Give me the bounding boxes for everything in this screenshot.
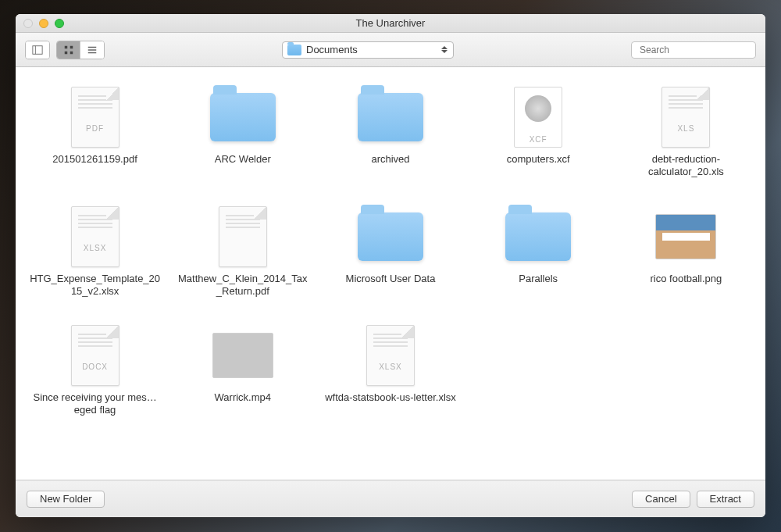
document-file-icon: PDF: [71, 87, 119, 148]
window-title: The Unarchiver: [16, 17, 765, 29]
document-file-icon: DOCX: [71, 325, 119, 386]
toolbar: Documents: [16, 33, 765, 67]
file-item[interactable]: XLSXHTG_Expense_Template_2015_v2.xlsx: [25, 204, 165, 300]
titlebar: The Unarchiver: [16, 14, 765, 33]
svg-rect-4: [64, 51, 67, 54]
close-button[interactable]: [23, 19, 33, 28]
svg-rect-5: [70, 51, 73, 54]
toggle-sidebar-button[interactable]: [26, 41, 49, 59]
folder-icon: [505, 212, 571, 261]
file-item[interactable]: Matthew_C_Klein_2014_Tax_Return.pdf: [173, 204, 312, 300]
sidebar-toggle-group: [25, 41, 50, 59]
folder-icon: [358, 212, 423, 261]
file-item[interactable]: Parallels: [469, 204, 608, 300]
file-item[interactable]: PDF201501261159.pdf: [25, 84, 165, 180]
file-item[interactable]: rico football.png: [616, 204, 756, 300]
document-file-icon: [219, 206, 267, 267]
file-label: Since receiving your mes…eged flag: [29, 391, 162, 417]
image-thumbnail-icon: [655, 214, 716, 259]
file-type-tag: XLSX: [379, 362, 402, 371]
file-label: Matthew_C_Klein_2014_Tax_Return.pdf: [177, 273, 309, 298]
minimize-button[interactable]: [39, 19, 48, 28]
file-item[interactable]: XCFcomputers.xcf: [469, 84, 608, 180]
save-dialog-window: The Unarchiver: [16, 14, 765, 517]
file-label: archived: [371, 153, 409, 166]
document-file-icon: XLSX: [366, 325, 415, 386]
file-label: Parallels: [519, 273, 558, 285]
file-label: debt-reduction-calculator_20.xls: [619, 153, 752, 179]
file-type-tag: PDF: [86, 124, 104, 133]
file-type-tag: XLS: [677, 124, 694, 133]
folder-icon: [287, 45, 301, 55]
new-folder-button[interactable]: New Folder: [27, 491, 105, 508]
cancel-button[interactable]: Cancel: [632, 491, 690, 508]
icon-view-button[interactable]: [57, 41, 80, 59]
view-mode-group: [56, 41, 105, 59]
video-thumbnail-icon: [212, 333, 273, 378]
file-browser-content[interactable]: PDF201501261159.pdfARC WelderarchivedXCF…: [16, 67, 765, 480]
list-view-button[interactable]: [80, 41, 104, 59]
file-type-tag: XLSX: [84, 244, 107, 252]
file-label: ARC Welder: [215, 153, 271, 166]
search-input[interactable]: [640, 45, 757, 55]
folder-icon: [210, 93, 276, 141]
traffic-lights: [16, 19, 64, 28]
xcf-file-icon: XCF: [514, 87, 562, 148]
dialog-footer: New Folder Cancel Extract: [16, 480, 765, 517]
file-item[interactable]: XLSdebt-reduction-calculator_20.xls: [616, 84, 756, 180]
zoom-button[interactable]: [55, 19, 64, 28]
popup-arrows-icon: [440, 46, 448, 53]
file-item[interactable]: DOCXSince receiving your mes…eged flag: [25, 323, 165, 419]
file-label: wftda-statsbook-us-letter.xlsx: [325, 391, 456, 404]
file-item[interactable]: ARC Welder: [173, 84, 312, 180]
file-item[interactable]: archived: [320, 84, 460, 180]
svg-rect-3: [70, 45, 73, 48]
file-item[interactable]: XLSXwftda-statsbook-us-letter.xlsx: [320, 323, 460, 419]
file-label: 201501261159.pdf: [52, 153, 137, 166]
location-popup[interactable]: Documents: [282, 41, 454, 59]
search-field[interactable]: [631, 41, 756, 59]
file-grid: PDF201501261159.pdfARC WelderarchivedXCF…: [25, 84, 756, 419]
extract-button[interactable]: Extract: [697, 491, 754, 508]
document-file-icon: XLSX: [71, 206, 119, 267]
file-label: computers.xcf: [507, 153, 570, 166]
document-file-icon: XLS: [662, 87, 710, 148]
folder-icon: [358, 93, 423, 141]
file-label: HTG_Expense_Template_2015_v2.xlsx: [29, 273, 162, 298]
file-label: Warrick.mp4: [215, 391, 271, 404]
file-item[interactable]: Microsoft User Data: [320, 204, 460, 300]
file-label: Microsoft User Data: [346, 273, 436, 285]
svg-rect-2: [64, 45, 67, 48]
svg-rect-0: [33, 45, 42, 54]
location-label: Documents: [306, 44, 436, 55]
file-type-tag: DOCX: [82, 362, 108, 371]
file-item[interactable]: Warrick.mp4: [173, 323, 312, 419]
file-label: rico football.png: [651, 273, 722, 285]
